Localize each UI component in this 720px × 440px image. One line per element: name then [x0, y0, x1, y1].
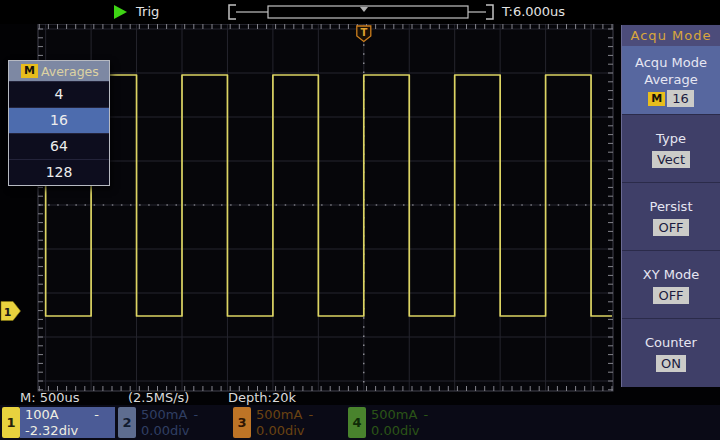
- trigger-time-offset: T:6.000us: [502, 4, 565, 19]
- timebase-readout: M: 500us: [20, 390, 80, 405]
- softkey-counter[interactable]: CounterON: [622, 318, 720, 386]
- softkey-value: Vect: [652, 151, 690, 168]
- run-play-icon: [114, 5, 127, 19]
- channel-2-status[interactable]: 2500mA-0.00div: [118, 407, 231, 438]
- sample-rate-readout: (2.5MS/s): [128, 390, 189, 405]
- channel-3-readout: 500mA-0.00div: [251, 407, 346, 438]
- channel-1-position-marker: 1: [1, 302, 21, 321]
- channel-4-badge: 4: [348, 407, 366, 438]
- status-row: M: 500us (2.5MS/s) Depth:20k: [0, 390, 620, 405]
- m-shortcut-badge: M: [648, 92, 665, 106]
- menu-item-4[interactable]: 4: [9, 81, 109, 107]
- svg-text:T: T: [360, 27, 367, 38]
- channel-1-readout: 100A--2.32div: [20, 407, 115, 438]
- softkey-label: Type: [656, 130, 686, 147]
- channel-3-status[interactable]: 3500mA-0.00div: [233, 407, 346, 438]
- softkey-type[interactable]: TypeVect: [622, 114, 720, 182]
- oscilloscope-screen: T1 Trig T:6.000us M Averages 41664128 Ac…: [0, 0, 720, 440]
- menu-item-128[interactable]: 128: [9, 159, 109, 185]
- trig-status-label: Trig: [136, 4, 159, 19]
- averages-menu-header: M Averages: [9, 61, 109, 81]
- softkey-value: OFF: [653, 287, 688, 304]
- softkey-label: Persist: [650, 198, 693, 215]
- channel-4-status[interactable]: 4500mA-0.00div: [348, 407, 461, 438]
- softkey-label: Counter: [645, 334, 697, 351]
- softkey-acqu-mode[interactable]: Acqu ModeAverageM16: [622, 46, 720, 114]
- menu-item-64[interactable]: 64: [9, 133, 109, 159]
- memory-window-indicator: [226, 3, 496, 21]
- averages-menu: M Averages 41664128: [8, 60, 110, 186]
- channel-2-badge: 2: [118, 407, 136, 438]
- window-position-marker-icon: [360, 7, 368, 12]
- channel-strip: CH1:AC- 266A 1000.000Hz 1100A--2.32div25…: [0, 405, 720, 440]
- memory-depth-readout: Depth:20k: [228, 390, 296, 405]
- softkey-sections: Acqu ModeAverageM16TypeVectPersistOFFXY …: [622, 46, 720, 386]
- softkey-label: XY Mode: [643, 266, 699, 283]
- svg-text:1: 1: [4, 306, 12, 319]
- softkey-value: OFF: [653, 219, 688, 236]
- softkey-value: ON: [656, 355, 686, 372]
- softkey-label: Acqu Mode: [635, 54, 707, 71]
- top-status-bar: Trig T:6.000us: [0, 0, 720, 24]
- averages-menu-title: Averages: [41, 64, 99, 79]
- sidebar-title: Acqu Mode: [622, 25, 720, 46]
- m-shortcut-badge: M: [21, 64, 38, 78]
- softkey-xy-mode[interactable]: XY ModeOFF: [622, 250, 720, 318]
- softkey-persist[interactable]: PersistOFF: [622, 182, 720, 250]
- channel-3-badge: 3: [233, 407, 251, 438]
- channel-2-readout: 500mA-0.00div: [136, 407, 231, 438]
- channel-1-status[interactable]: 1100A--2.32div: [2, 407, 115, 438]
- softkey-value: 16: [667, 90, 694, 107]
- averages-menu-items: 41664128: [9, 81, 109, 185]
- softkey-label: Average: [644, 71, 697, 88]
- menu-item-16[interactable]: 16: [9, 107, 109, 133]
- channel-4-readout: 500mA-0.00div: [366, 407, 461, 438]
- channel-1-badge: 1: [2, 407, 20, 438]
- softkey-sidebar: Acqu Mode Acqu ModeAverageM16TypeVectPer…: [621, 25, 720, 387]
